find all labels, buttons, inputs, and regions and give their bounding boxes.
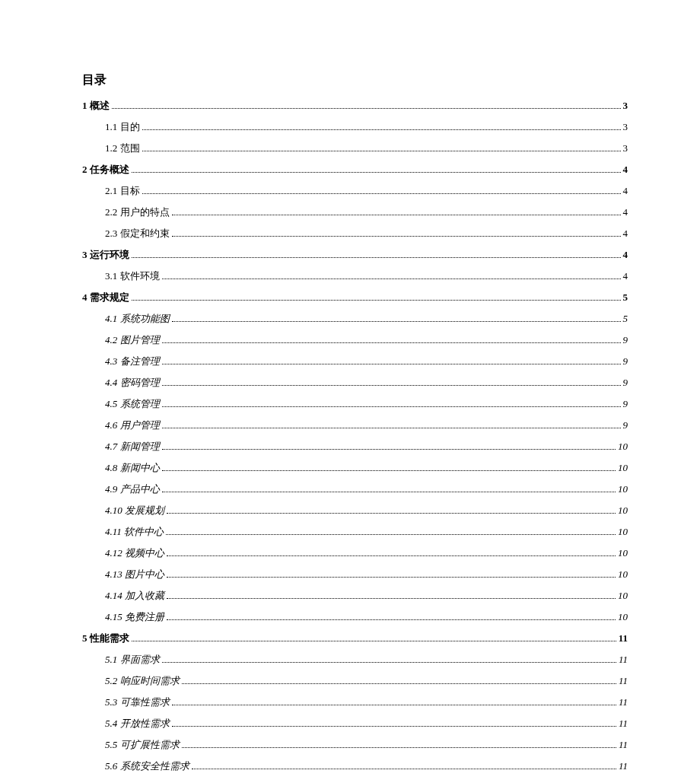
toc-entry-page: 4 xyxy=(623,270,628,282)
toc-entry-label: 1.1 目的 xyxy=(105,120,140,134)
toc-entry: 4.10 发展规划10 xyxy=(105,504,628,517)
toc-leader xyxy=(167,513,616,514)
toc-entry-page: 11 xyxy=(619,760,628,772)
toc-entry-label: 4.7 新闻管理 xyxy=(105,440,160,454)
toc-leader xyxy=(162,470,616,471)
toc-entry-label: 4.2 图片管理 xyxy=(105,333,160,347)
toc-entry-label: 3.1 软件环境 xyxy=(105,269,160,283)
toc-leader xyxy=(172,215,621,215)
toc-entry: 2.2 用户的特点4 xyxy=(105,205,628,219)
toc-leader xyxy=(142,193,621,194)
toc-leader xyxy=(132,257,621,258)
toc-entry-page: 9 xyxy=(623,334,628,346)
toc-entry-label: 2.1 目标 xyxy=(105,184,140,198)
toc-entry-page: 4 xyxy=(623,185,628,197)
toc-entry-page: 11 xyxy=(619,739,628,751)
toc-entry: 5.2 响应时间需求11 xyxy=(105,674,628,688)
toc-leader xyxy=(162,492,616,492)
toc-entry: 4.1 系统功能图5 xyxy=(105,312,628,326)
toc-entry: 3.1 软件环境4 xyxy=(105,269,628,283)
toc-entry: 2.3 假定和约束4 xyxy=(105,227,628,240)
toc-entry-label: 4.10 发展规划 xyxy=(105,504,164,517)
toc-entry: 4.2 图片管理9 xyxy=(105,333,628,347)
toc-entry-label: 4.8 新闻中心 xyxy=(105,461,160,475)
toc-leader xyxy=(142,151,621,151)
toc-entry: 4.13 图片中心10 xyxy=(105,568,628,581)
toc-entry-label: 4.5 系统管理 xyxy=(105,397,160,411)
toc-entry-page: 5 xyxy=(623,313,628,325)
toc-entry-label: 4.13 图片中心 xyxy=(105,568,164,581)
toc-entry: 5.6 系统安全性需求11 xyxy=(105,759,628,773)
toc-leader xyxy=(167,577,616,578)
toc-leader xyxy=(167,619,616,620)
toc-leader xyxy=(132,300,621,301)
toc-leader xyxy=(142,129,621,130)
toc-leader xyxy=(162,406,621,407)
toc-entry-page: 10 xyxy=(618,590,628,602)
toc-entry-page: 3 xyxy=(623,142,628,154)
toc-entry-label: 4 需求规定 xyxy=(82,291,129,304)
toc-leader xyxy=(132,172,621,173)
toc-entry-page: 3 xyxy=(623,121,628,133)
toc-entry-page: 10 xyxy=(618,547,628,559)
toc-entry-page: 11 xyxy=(619,718,628,730)
toc-leader xyxy=(172,726,616,727)
toc-entry: 4.14 加入收藏10 xyxy=(105,589,628,603)
toc-entry-page: 9 xyxy=(623,355,628,368)
toc-entry-page: 11 xyxy=(619,632,628,645)
toc-entry: 2.1 目标4 xyxy=(105,184,628,198)
toc-entry-page: 9 xyxy=(623,398,628,410)
toc-entry-label: 4.14 加入收藏 xyxy=(105,589,164,603)
toc-entry-label: 4.12 视频中心 xyxy=(105,546,164,560)
toc-entry: 2 任务概述4 xyxy=(82,163,628,177)
toc-entry-page: 4 xyxy=(623,164,628,176)
toc-entry: 5.3 可靠性需求11 xyxy=(105,695,628,709)
toc-title: 目录 xyxy=(82,72,628,88)
toc-entry-label: 5.3 可靠性需求 xyxy=(105,695,170,709)
toc-leader xyxy=(132,641,616,641)
toc-entry-page: 10 xyxy=(618,568,628,581)
toc-entry: 4.11 软件中心10 xyxy=(105,525,628,539)
toc-entry: 4 需求规定5 xyxy=(82,291,628,304)
toc-entry-page: 10 xyxy=(618,483,628,495)
toc-leader xyxy=(112,108,621,109)
toc-entry-label: 5 性能需求 xyxy=(82,632,129,645)
toc-entry-page: 9 xyxy=(623,377,628,389)
toc-entry-page: 11 xyxy=(619,654,628,666)
toc-entry-page: 10 xyxy=(618,441,628,453)
toc-entry-label: 1 概述 xyxy=(82,99,110,113)
toc-entry: 4.7 新闻管理10 xyxy=(105,440,628,454)
toc-leader xyxy=(172,236,621,237)
toc-entry: 4.8 新闻中心10 xyxy=(105,461,628,475)
toc-leader xyxy=(162,428,621,428)
toc-leader xyxy=(167,555,616,556)
toc-container: 1 概述31.1 目的31.2 范围32 任务概述42.1 目标42.2 用户的… xyxy=(82,99,628,773)
toc-entry-label: 4.4 密码管理 xyxy=(105,376,160,390)
toc-entry-page: 10 xyxy=(618,504,628,517)
toc-entry-label: 4.3 备注管理 xyxy=(105,355,160,368)
toc-leader xyxy=(162,342,621,343)
toc-entry-page: 4 xyxy=(623,249,628,261)
toc-entry: 4.12 视频中心10 xyxy=(105,546,628,560)
toc-leader xyxy=(166,534,616,535)
toc-entry: 4.15 免费注册10 xyxy=(105,610,628,624)
toc-entry-label: 2.3 假定和约束 xyxy=(105,227,170,240)
toc-entry: 4.4 密码管理9 xyxy=(105,376,628,390)
toc-entry-page: 4 xyxy=(623,206,628,218)
toc-entry-page: 3 xyxy=(623,100,628,112)
toc-entry-label: 4.15 免费注册 xyxy=(105,610,164,624)
toc-entry: 1 概述3 xyxy=(82,99,628,113)
toc-entry-label: 2.2 用户的特点 xyxy=(105,205,170,219)
toc-entry: 5 性能需求11 xyxy=(82,632,628,645)
toc-entry: 4.5 系统管理9 xyxy=(105,397,628,411)
toc-entry-page: 9 xyxy=(623,419,628,431)
toc-leader xyxy=(162,449,616,450)
toc-entry: 3 运行环境4 xyxy=(82,248,628,262)
toc-entry-page: 10 xyxy=(618,611,628,623)
toc-entry-page: 4 xyxy=(623,228,628,240)
toc-entry: 1.2 范围3 xyxy=(105,142,628,155)
toc-leader xyxy=(182,747,616,748)
toc-entry-label: 4.1 系统功能图 xyxy=(105,312,170,326)
document-page: 目录 1 概述31.1 目的31.2 范围32 任务概述42.1 目标42.2 … xyxy=(0,0,700,783)
toc-entry-label: 4.11 软件中心 xyxy=(105,525,164,539)
